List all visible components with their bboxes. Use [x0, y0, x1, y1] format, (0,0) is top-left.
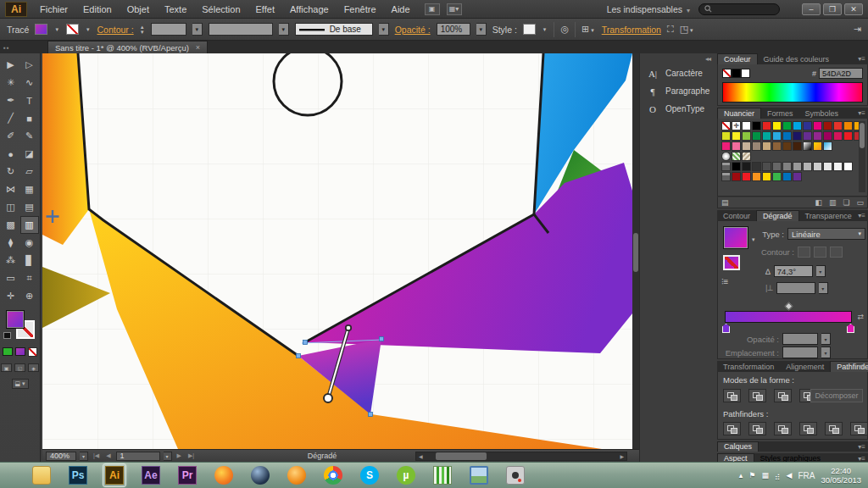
stroke-weight-stepper[interactable]: ▲▼: [140, 25, 145, 35]
gradient-slider-bar[interactable]: [725, 311, 852, 323]
draw-inside-icon[interactable]: ◈: [28, 363, 39, 372]
align-icon[interactable]: ⊞▾: [581, 24, 596, 35]
slice-tool[interactable]: ⌗: [20, 269, 39, 287]
artboard-canvas[interactable]: [42, 53, 632, 449]
menu-fenetre[interactable]: Fenêtre: [337, 2, 384, 17]
opacity-field[interactable]: 100%: [437, 23, 470, 36]
show-hidden-icons[interactable]: ▴: [739, 471, 743, 480]
swatch[interactable]: [782, 131, 792, 141]
isolate-selection-icon[interactable]: ◳▾: [680, 24, 695, 35]
bounding-box-icon[interactable]: ⛶: [667, 24, 674, 35]
tab-symboles[interactable]: Symboles: [799, 108, 845, 119]
swatch[interactable]: [742, 172, 751, 181]
default-fill-stroke-icon[interactable]: [3, 332, 11, 339]
swatch[interactable]: [752, 162, 761, 171]
paintbrush-tool[interactable]: ✐: [2, 127, 20, 145]
none-swatch[interactable]: [722, 69, 732, 78]
dock-item-caractere[interactable]: A|Caractère: [640, 64, 715, 82]
column-graph-tool[interactable]: ▊: [20, 252, 39, 269]
blend-tool[interactable]: ◉: [20, 234, 39, 252]
workspace-switcher[interactable]: Les indispensables▾: [607, 4, 698, 14]
tab-formes[interactable]: Formes: [761, 108, 799, 119]
color-spectrum-bar[interactable]: [722, 82, 863, 103]
color-button[interactable]: [3, 347, 13, 356]
chevron-down-icon[interactable]: ▾: [476, 23, 487, 36]
menu-edition[interactable]: Edition: [75, 2, 120, 17]
swatch[interactable]: [752, 131, 761, 141]
restore-button[interactable]: ❐: [823, 3, 842, 15]
eraser-tool[interactable]: ◪: [20, 145, 39, 163]
tab-calques[interactable]: Calques: [717, 441, 759, 452]
perspective-grid-tool[interactable]: ▤: [20, 198, 39, 216]
close-tab-icon[interactable]: ×: [196, 43, 200, 52]
swatch[interactable]: [742, 162, 751, 171]
language-indicator[interactable]: FRA: [798, 471, 815, 480]
gradient-swatch[interactable]: [823, 141, 832, 151]
swatch[interactable]: [772, 162, 782, 171]
screen-recorder-taskbar-icon[interactable]: [504, 464, 526, 486]
chevron-down-icon[interactable]: ▾: [752, 236, 755, 243]
scrollbar-thumb[interactable]: [436, 452, 487, 460]
panel-menu-icon[interactable]: ▾≡: [858, 109, 865, 117]
trim-icon[interactable]: [748, 422, 766, 435]
chevron-down-icon[interactable]: ▾: [379, 23, 389, 36]
unite-icon[interactable]: [723, 389, 741, 402]
minimize-button[interactable]: –: [802, 3, 821, 15]
artboard-number-field[interactable]: 1: [116, 452, 160, 461]
swatch[interactable]: [803, 162, 812, 171]
fill-proxy-swatch[interactable]: [6, 310, 25, 329]
swatches-scrollbar[interactable]: [859, 121, 865, 192]
chevron-down-icon[interactable]: ▾: [80, 452, 88, 461]
delete-swatch-icon[interactable]: ▭: [856, 198, 864, 207]
free-transform-tool[interactable]: ▦: [20, 180, 39, 198]
panel-menu-icon[interactable]: ▾≡: [858, 443, 865, 451]
chrome-taskbar-icon[interactable]: [322, 464, 344, 486]
swatch[interactable]: [793, 172, 802, 181]
draw-normal-icon[interactable]: ▣: [1, 363, 12, 372]
scroll-right-icon[interactable]: ▶: [617, 453, 626, 459]
scale-tool[interactable]: ▱: [20, 163, 39, 180]
panel-menu-icon[interactable]: ▾≡: [858, 363, 865, 370]
fraps-taskbar-icon[interactable]: [431, 464, 453, 486]
reverse-gradient-icon[interactable]: ⇄: [857, 313, 864, 321]
swatch[interactable]: [762, 172, 771, 181]
zoom-level-field[interactable]: 400%: [46, 452, 76, 461]
tab-guide-des-couleurs[interactable]: Guide des couleurs: [758, 54, 836, 64]
gradient-stop-left[interactable]: [722, 324, 730, 333]
swatch[interactable]: [833, 131, 843, 141]
tab-transparence[interactable]: Transparence: [799, 211, 858, 221]
line-segment-tool[interactable]: ╱: [2, 109, 20, 127]
gradient-tool[interactable]: ▥: [20, 216, 39, 234]
swatch[interactable]: [762, 141, 771, 151]
tab-alignement[interactable]: Alignement: [780, 362, 830, 372]
swatch[interactable]: [742, 141, 751, 151]
color-group-folder-icon[interactable]: [721, 172, 731, 181]
menu-texte[interactable]: Texte: [157, 2, 194, 17]
mesh-tool[interactable]: ▩: [2, 216, 20, 234]
after-effects-taskbar-icon[interactable]: Ae: [140, 464, 162, 486]
chevron-down-icon[interactable]: ▾: [53, 26, 60, 33]
swatch[interactable]: [772, 131, 782, 141]
dock-item-opentype[interactable]: OOpenType: [640, 100, 715, 118]
swatch[interactable]: [721, 131, 731, 141]
tab-couleur[interactable]: Couleur: [717, 53, 758, 64]
lasso-tool[interactable]: ∿: [20, 74, 39, 92]
swatch[interactable]: [752, 121, 761, 130]
draw-behind-icon[interactable]: ◱: [14, 363, 25, 372]
crop-icon[interactable]: [799, 422, 817, 435]
swatch[interactable]: [732, 141, 741, 151]
minus-back-icon[interactable]: [850, 422, 868, 435]
menu-affichage[interactable]: Affichage: [282, 2, 337, 17]
width-profile-select[interactable]: [209, 23, 273, 36]
swatch[interactable]: [752, 141, 761, 151]
rotate-tool[interactable]: ↻: [2, 163, 20, 180]
pencil-tool[interactable]: ✎: [20, 127, 39, 145]
skype-taskbar-icon[interactable]: S: [359, 464, 381, 486]
swatch[interactable]: [782, 172, 792, 181]
search-input[interactable]: [698, 3, 780, 15]
taskbar-clock[interactable]: 22:40 30/05/2013: [821, 466, 861, 485]
premiere-taskbar-icon[interactable]: Pr: [176, 464, 198, 486]
prev-artboard-icon[interactable]: ◀: [104, 452, 112, 459]
swatch[interactable]: [772, 172, 782, 181]
fill-color-swatch[interactable]: [35, 24, 47, 35]
